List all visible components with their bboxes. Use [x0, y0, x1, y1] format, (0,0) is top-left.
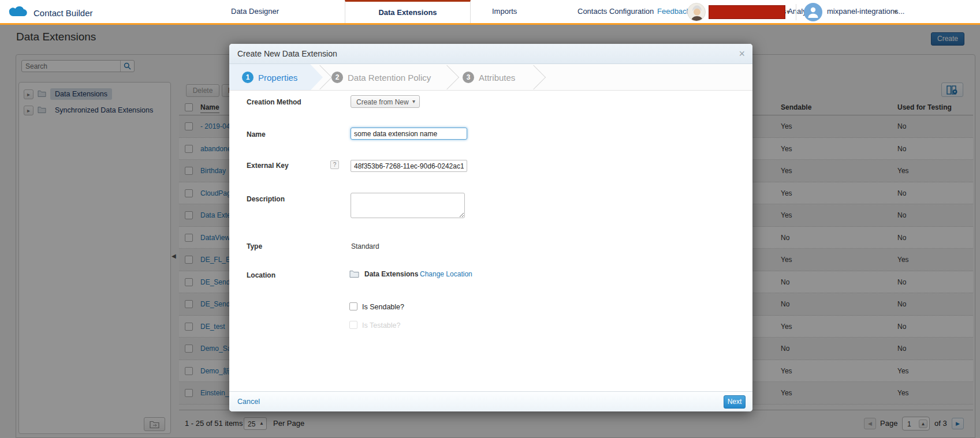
- modal-title: Create New Data Extension: [237, 44, 337, 64]
- user-menu[interactable]: mixpanel-integrations...: [827, 0, 904, 23]
- step-data-retention-policy[interactable]: 2 Data Retention Policy: [331, 64, 431, 91]
- modal-header: Create New Data Extension ×: [229, 44, 752, 64]
- app-root: Contact Builder Data Designer Data Exten…: [0, 0, 980, 438]
- is-testable-label: Is Testable?: [362, 321, 400, 330]
- is-sendable-checkbox[interactable]: [349, 302, 357, 310]
- type-value: Standard: [351, 242, 379, 250]
- feedback-link[interactable]: Feedback: [657, 0, 690, 23]
- step-wizard: 1 Properties 2 Data Retention Policy 3 A…: [229, 64, 752, 91]
- user-avatar-icon[interactable]: [804, 3, 822, 21]
- name-input[interactable]: [351, 128, 467, 140]
- step-number: 2: [331, 72, 343, 83]
- create-data-extension-modal: Create New Data Extension × 1 Properties…: [229, 44, 752, 411]
- type-label: Type: [247, 242, 262, 250]
- cloud-logo-icon: [8, 4, 29, 21]
- creation-method-value: Create from New: [356, 98, 409, 106]
- creation-method-label: Creation Method: [247, 98, 301, 106]
- name-label: Name: [247, 130, 266, 138]
- nav-item-imports[interactable]: Imports: [492, 0, 517, 23]
- change-location-link[interactable]: Change Location: [420, 270, 472, 278]
- nav-item-data-designer[interactable]: Data Designer: [231, 0, 279, 23]
- step-number: 3: [463, 72, 474, 83]
- is-sendable-label: Is Sendable?: [362, 303, 404, 311]
- step-label: Data Retention Policy: [348, 73, 431, 83]
- is-testable-checkbox: [349, 321, 357, 329]
- step-number: 1: [242, 72, 254, 83]
- external-key-input[interactable]: [351, 160, 467, 172]
- nav-item-data-extensions[interactable]: Data Extensions: [345, 0, 471, 23]
- step-label: Attributes: [479, 73, 515, 83]
- help-icon[interactable]: ?: [330, 160, 339, 169]
- location-label: Location: [247, 271, 275, 279]
- redacted-account-box[interactable]: [709, 5, 785, 19]
- brand[interactable]: Contact Builder: [8, 4, 93, 21]
- close-icon[interactable]: ×: [739, 48, 745, 59]
- next-button[interactable]: Next: [724, 395, 746, 409]
- user-dropdown-caret-icon[interactable]: ▾: [894, 0, 897, 23]
- einstein-avatar[interactable]: [687, 3, 706, 21]
- description-label: Description: [247, 195, 285, 203]
- creation-method-dropdown[interactable]: Create from New ▾: [351, 95, 420, 108]
- step-attributes[interactable]: 3 Attributes: [463, 64, 515, 91]
- step-properties[interactable]: 1 Properties: [242, 64, 297, 91]
- description-textarea[interactable]: [351, 193, 465, 218]
- chevron-separator-icon: [521, 65, 546, 89]
- chevron-separator-icon: [435, 65, 459, 89]
- step-label: Properties: [258, 73, 297, 83]
- location-value: Data Extensions: [364, 270, 418, 278]
- nav-item-contacts-configuration[interactable]: Contacts Configuration: [577, 0, 654, 23]
- cancel-link[interactable]: Cancel: [237, 398, 260, 406]
- top-nav: Contact Builder Data Designer Data Exten…: [0, 0, 980, 25]
- app-title: Contact Builder: [33, 8, 93, 18]
- account-dropdown-caret-icon[interactable]: ▾: [787, 0, 790, 23]
- nav-divider: [796, 4, 796, 20]
- modal-footer: Cancel Next: [229, 391, 752, 411]
- folder-icon: [349, 269, 359, 280]
- external-key-label: External Key: [247, 162, 289, 170]
- dropdown-caret-icon: ▾: [412, 98, 415, 104]
